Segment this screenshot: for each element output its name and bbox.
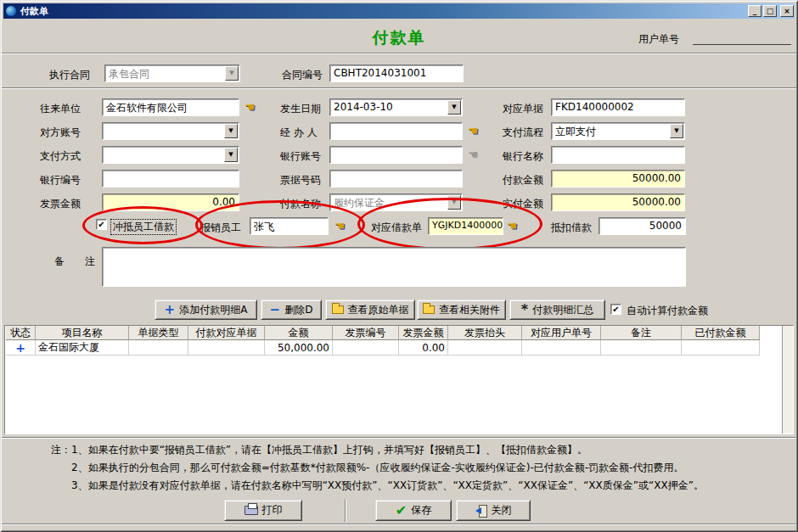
view-attachment-button[interactable]: 查看相关附件 [417,300,506,320]
occur-date-value: 2014-03-10 [334,101,393,113]
bank-code-input[interactable] [102,170,239,188]
add-detail-button[interactable]: + 添加付款明细A [155,300,257,320]
save-button[interactable]: ✔ 保存 [375,500,452,521]
pay-name-value: 履约保证金 [334,197,385,209]
row-invoice-amount-cell: 0.00 [399,340,448,356]
occur-date-select[interactable]: 2014-03-10 ▼ [329,98,463,116]
bank-account-input[interactable] [329,146,463,164]
view-original-button[interactable]: 查看原始单据 [325,300,415,320]
row-pay-doc-cell [188,340,265,356]
view-attachment-label: 查看相关附件 [439,303,500,317]
table-header-row: 状态 项目名称 单据类型 付款对应单据 金额 发票编号 发票金额 发票抬头 对应… [6,326,760,340]
chevron-down-icon[interactable]: ▼ [670,124,683,138]
pay-flow-label: 支付流程 [503,126,543,140]
title-bar[interactable]: 付款单 [3,3,795,19]
table-row[interactable]: + 金石国际大厦 50,000.00 0.00 [6,340,760,356]
user-doc-no-label: 用户单号 [638,32,679,47]
deduct-loan-input[interactable]: 50000 [598,217,686,235]
col-header-pay-doc[interactable]: 付款对应单据 [188,326,265,340]
minimize-button[interactable]: _ [748,5,761,17]
check-icon: ✔ [396,506,407,516]
col-header-status[interactable]: 状态 [6,326,36,340]
maximize-button[interactable]: □ [763,5,777,17]
chevron-down-icon[interactable]: ▼ [224,148,238,162]
hand-picker-icon[interactable]: ☚ [244,100,256,114]
table-scrollbar[interactable] [782,326,793,434]
user-doc-no-underline [693,44,791,45]
deduct-loan-label: 抵扣借款 [551,221,592,235]
col-header-invoice-title[interactable]: 发票抬头 [448,326,522,340]
pay-name-label: 付款名称 [280,197,321,211]
related-doc-input[interactable]: FKD140000002 [551,98,685,116]
remark-textarea[interactable] [102,247,686,287]
contract-no-input[interactable]: CBHT2014031001 [329,64,464,82]
status-bar-edge [2,524,796,525]
remark-label: 备 注 [54,255,95,269]
window-controls: _ □ × [746,5,794,17]
invoice-amount-label: 发票金额 [40,197,81,211]
pay-amount-input[interactable]: 50000.00 [551,170,685,188]
bank-code-label: 银行编号 [40,173,81,188]
row-doc-type-cell [129,340,188,356]
chevron-down-icon: ▼ [447,195,461,210]
row-remark-cell [601,340,682,356]
detail-summary-button[interactable]: * 付款明细汇总 [509,300,605,320]
occur-date-label: 发生日期 [280,102,321,116]
separator [2,53,796,54]
pay-method-select[interactable]: ▼ [102,146,239,164]
other-account-select[interactable]: ▼ [102,122,239,140]
minus-icon: − [270,305,281,314]
close-button[interactable]: × [780,5,794,17]
delete-button[interactable]: − 删除D [261,300,322,320]
close-window-button[interactable]: 关闭 [456,500,531,521]
pay-flow-select[interactable]: 立即支付 ▼ [551,122,685,140]
separator [2,437,796,439]
hand-picker-icon[interactable]: ☚ [507,219,518,232]
exec-contract-select[interactable]: 承包合同 ▼ [104,64,240,82]
handler-label: 经 办 人 [280,126,318,140]
summary-icon: * [521,305,528,314]
print-button[interactable]: 打印 [224,500,302,521]
bill-no-input[interactable] [329,170,463,188]
footer-divider [345,499,346,522]
hand-picker-icon[interactable]: ☚ [468,124,479,137]
auto-calc-checkbox[interactable]: ✔ [610,304,621,315]
chevron-down-icon[interactable]: ▼ [224,124,238,138]
actual-amount-input[interactable]: 50000.00 [551,193,685,211]
counterpart-input[interactable]: 金石软件有限公司 [102,98,239,116]
col-header-doc-type[interactable]: 单据类型 [129,326,188,340]
folder-icon [332,305,344,314]
window-title: 付款单 [20,5,48,18]
bank-account-label: 银行账号 [280,149,321,164]
folder-icon [423,305,435,314]
row-invoice-title-cell [448,340,522,356]
col-header-invoice-amount[interactable]: 发票金额 [399,326,448,340]
pay-method-label: 支付方式 [40,149,81,164]
detail-table: 状态 项目名称 单据类型 付款对应单据 金额 发票编号 发票金额 发票抬头 对应… [4,325,794,434]
col-header-remark[interactable]: 备注 [601,326,682,340]
col-header-project[interactable]: 项目名称 [36,326,129,340]
offset-loan-checkbox[interactable]: ✔ [96,219,107,230]
counterpart-label: 往来单位 [40,102,81,116]
invoice-amount-input[interactable]: 0.00 [102,193,239,211]
chevron-down-icon[interactable]: ▼ [447,100,461,115]
col-header-invoice-no[interactable]: 发票编号 [333,326,399,340]
handler-input[interactable] [329,122,463,140]
col-header-paid-amount[interactable]: 已付款金额 [682,326,760,340]
bank-name-input[interactable] [551,146,685,164]
reimburse-employee-input[interactable]: 张飞 [250,217,329,235]
col-header-user-doc-no[interactable]: 对应用户单号 [522,326,601,340]
actual-amount-label: 实付金额 [503,197,543,211]
loan-doc-input[interactable]: YGJKD14000000 [428,217,503,235]
hand-picker-icon[interactable]: ☚ [334,219,346,232]
close-label: 关闭 [492,503,512,518]
related-doc-label: 对应单据 [503,102,543,116]
pay-name-select: 履约保证金 ▼ [329,193,463,211]
hand-picker-disabled-icon: ☚ [468,148,479,161]
row-plus-icon: + [15,341,25,355]
exec-contract-value: 承包合同 [109,68,149,80]
exit-door-icon [475,505,487,516]
note-line-2: 2、如果执行的分包合同，那么可付款金额=付款基数*付款限额%-（应收履约保证金-… [71,461,683,475]
offset-loan-label[interactable]: 冲抵员工借款 [110,219,177,235]
col-header-amount[interactable]: 金额 [265,326,333,340]
